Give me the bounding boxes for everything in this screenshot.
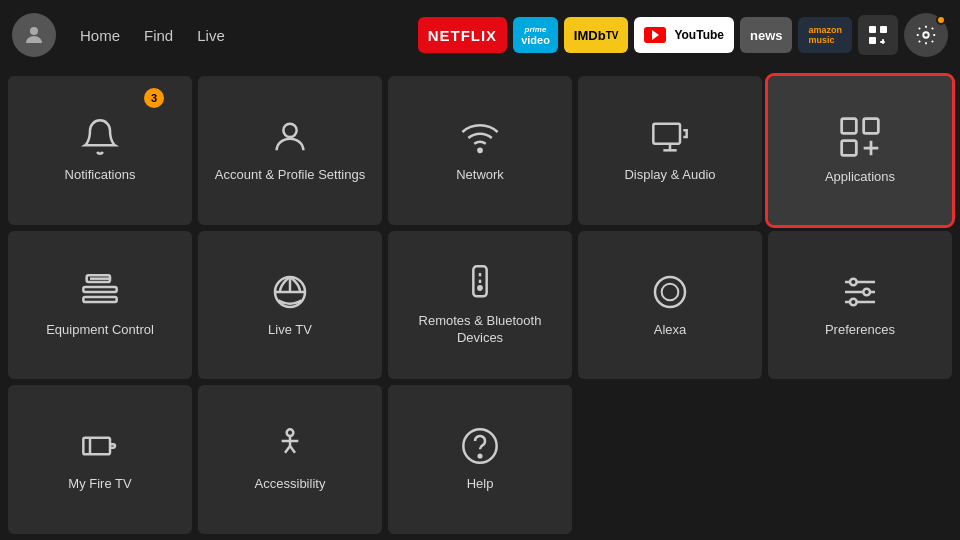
nav-links: Home Find Live xyxy=(80,27,225,44)
grid-item-applications[interactable]: Applications xyxy=(768,76,952,225)
live-tv-label: Live TV xyxy=(268,322,312,339)
grid-icon-button[interactable] xyxy=(858,15,898,55)
settings-button[interactable] xyxy=(904,13,948,57)
svg-rect-14 xyxy=(83,287,116,292)
remotes-bluetooth-label: Remotes & Bluetooth Devices xyxy=(398,313,562,347)
grid-item-notifications[interactable]: 3 Notifications xyxy=(8,76,192,225)
svg-point-30 xyxy=(863,288,870,295)
app-prime-video[interactable]: prime video xyxy=(513,17,558,53)
network-label: Network xyxy=(456,167,504,184)
preferences-label: Preferences xyxy=(825,322,895,339)
app-amazon-music[interactable]: amazonmusic xyxy=(798,17,852,53)
svg-point-8 xyxy=(478,149,481,152)
svg-point-7 xyxy=(283,124,296,137)
svg-point-23 xyxy=(478,286,481,289)
equipment-control-label: Equipment Control xyxy=(46,322,154,339)
svg-point-34 xyxy=(287,430,294,437)
applications-label: Applications xyxy=(825,169,895,186)
svg-rect-3 xyxy=(869,37,876,44)
grid-item-network[interactable]: Network xyxy=(388,76,572,225)
topbar: Home Find Live NETFLIX prime video IMDb … xyxy=(0,0,960,70)
svg-rect-5 xyxy=(880,41,885,43)
grid-item-alexa[interactable]: Alexa xyxy=(578,231,762,380)
grid-item-display-audio[interactable]: Display & Audio xyxy=(578,76,762,225)
grid-item-help[interactable]: Help xyxy=(388,385,572,534)
svg-point-0 xyxy=(30,27,38,35)
app-youtube[interactable]: YouTube xyxy=(634,17,734,53)
svg-rect-2 xyxy=(880,26,887,33)
svg-rect-15 xyxy=(83,297,116,302)
account-profile-label: Account & Profile Settings xyxy=(215,167,365,184)
grid-item-accessibility[interactable]: Accessibility xyxy=(198,385,382,534)
nav-home[interactable]: Home xyxy=(80,27,120,44)
notification-badge: 3 xyxy=(144,88,164,108)
svg-point-6 xyxy=(923,32,929,38)
svg-point-25 xyxy=(662,283,679,300)
grid-item-my-fire-tv[interactable]: My Fire TV xyxy=(8,385,192,534)
settings-grid: 3 Notifications Account & Profile Settin… xyxy=(0,70,960,540)
svg-rect-32 xyxy=(83,438,110,455)
empty-slot-1 xyxy=(578,385,762,534)
grid-item-live-tv[interactable]: Live TV xyxy=(198,231,382,380)
svg-rect-1 xyxy=(869,26,876,33)
app-icons: NETFLIX prime video IMDb TV YouTube news… xyxy=(418,13,948,57)
display-audio-label: Display & Audio xyxy=(624,167,715,184)
svg-rect-9 xyxy=(653,124,680,144)
my-fire-tv-label: My Fire TV xyxy=(68,476,131,493)
svg-point-31 xyxy=(850,298,857,305)
accessibility-label: Accessibility xyxy=(255,476,326,493)
nav-find[interactable]: Find xyxy=(144,27,173,44)
svg-point-36 xyxy=(479,455,482,458)
svg-rect-11 xyxy=(864,119,879,134)
notifications-label: Notifications xyxy=(65,167,136,184)
gear-notification-dot xyxy=(936,15,946,25)
svg-point-24 xyxy=(655,277,685,307)
avatar[interactable] xyxy=(12,13,56,57)
grid-item-preferences[interactable]: Preferences xyxy=(768,231,952,380)
alexa-label: Alexa xyxy=(654,322,687,339)
grid-item-account-profile[interactable]: Account & Profile Settings xyxy=(198,76,382,225)
app-news[interactable]: news xyxy=(740,17,793,53)
grid-item-equipment-control[interactable]: Equipment Control xyxy=(8,231,192,380)
grid-item-remotes-bluetooth[interactable]: Remotes & Bluetooth Devices xyxy=(388,231,572,380)
youtube-play-icon xyxy=(644,27,666,43)
app-imdb[interactable]: IMDb TV xyxy=(564,17,629,53)
nav-live[interactable]: Live xyxy=(197,27,225,44)
svg-rect-10 xyxy=(842,119,857,134)
help-label: Help xyxy=(467,476,494,493)
svg-point-29 xyxy=(850,278,857,285)
svg-rect-12 xyxy=(842,141,857,156)
empty-slot-2 xyxy=(768,385,952,534)
app-netflix[interactable]: NETFLIX xyxy=(418,17,508,53)
